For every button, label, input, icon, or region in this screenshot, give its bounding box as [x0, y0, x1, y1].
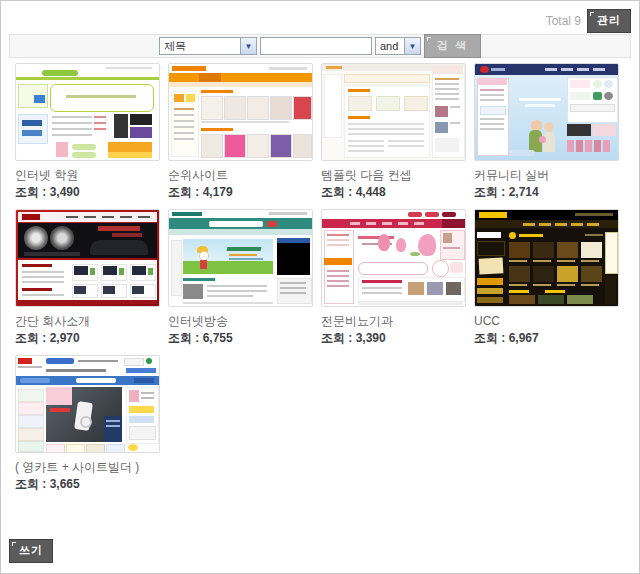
item-title[interactable]: 템플릿 다음 컨셉 — [321, 168, 466, 182]
gallery-item: 커뮤니티 실버 조회 : 2,714 — [474, 63, 619, 199]
thumbnail-image[interactable] — [474, 209, 619, 307]
item-view-count: 조회 : 6,755 — [168, 331, 313, 345]
top-bar: Total 9 관리 — [546, 9, 631, 33]
gallery-item: 순위사이트 조회 : 4,179 — [168, 63, 313, 199]
thumbnail-image[interactable] — [15, 63, 160, 161]
item-title[interactable]: 간단 회사소개 — [15, 314, 160, 328]
search-operator-selected-value: and — [380, 40, 398, 52]
thumbnail-image[interactable] — [321, 63, 466, 161]
gallery-item: ( 영카트 + 사이트빌더 ) 조회 : 3,665 — [15, 355, 160, 491]
item-view-count: 조회 : 3,490 — [15, 185, 160, 199]
item-title[interactable]: 전문비뇨기과 — [321, 314, 466, 328]
item-view-count: 조회 : 2,714 — [474, 185, 619, 199]
gallery-item: 전문비뇨기과 조회 : 3,390 — [321, 209, 466, 345]
gallery-item: 간단 회사소개 조회 : 2,970 — [15, 209, 160, 345]
write-button[interactable]: 쓰기 — [9, 539, 53, 563]
thumbnail-image[interactable] — [168, 63, 313, 161]
gallery-item: 인터넷 학원 조회 : 3,490 — [15, 63, 160, 199]
thumbnail-image[interactable] — [321, 209, 466, 307]
item-title[interactable]: 커뮤니티 실버 — [474, 168, 619, 182]
chevron-down-icon: ▼ — [404, 38, 420, 54]
gallery-item: 템플릿 다음 컨셉 조회 : 4,448 — [321, 63, 466, 199]
manage-button[interactable]: 관리 — [587, 9, 631, 33]
item-title[interactable]: 인터넷 학원 — [15, 168, 160, 182]
search-button[interactable]: 검 색 — [424, 34, 481, 58]
search-bar: 제목 ▼ and ▼ 검 색 — [9, 34, 631, 58]
item-view-count: 조회 : 3,665 — [15, 477, 160, 491]
search-operator-select[interactable]: and ▼ — [375, 37, 421, 55]
total-count-label: Total 9 — [546, 14, 581, 28]
item-view-count: 조회 : 4,448 — [321, 185, 466, 199]
item-view-count: 조회 : 2,970 — [15, 331, 160, 345]
thumbnail-image[interactable] — [168, 209, 313, 307]
thumbnail-image[interactable] — [474, 63, 619, 161]
gallery-item: 인터넷방송 조회 : 6,755 — [168, 209, 313, 345]
thumbnail-image[interactable] — [15, 355, 160, 453]
board-gallery-page: Total 9 관리 제목 ▼ and ▼ 검 색 — [0, 0, 640, 574]
item-view-count: 조회 : 6,967 — [474, 331, 619, 345]
item-title[interactable]: 인터넷방송 — [168, 314, 313, 328]
search-keyword-input[interactable] — [260, 37, 372, 55]
item-title[interactable]: UCC — [474, 314, 619, 328]
search-field-selected-value: 제목 — [164, 39, 186, 54]
item-view-count: 조회 : 4,179 — [168, 185, 313, 199]
item-view-count: 조회 : 3,390 — [321, 331, 466, 345]
search-field-select[interactable]: 제목 ▼ — [159, 37, 257, 55]
chevron-down-icon: ▼ — [240, 38, 256, 54]
bottom-bar: 쓰기 — [9, 539, 53, 563]
item-title[interactable]: ( 영카트 + 사이트빌더 ) — [15, 460, 160, 474]
thumbnail-image[interactable] — [15, 209, 160, 307]
gallery-grid: 인터넷 학원 조회 : 3,490 — [15, 63, 627, 491]
gallery-item: UCC 조회 : 6,967 — [474, 209, 619, 345]
item-title[interactable]: 순위사이트 — [168, 168, 313, 182]
